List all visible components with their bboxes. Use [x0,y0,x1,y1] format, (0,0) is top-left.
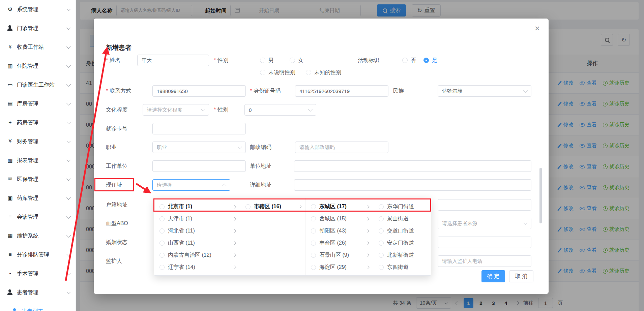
marital-right-input[interactable] [438,237,531,248]
chevron-right-icon [366,266,370,269]
user-icon [11,308,18,311]
sidebar-item[interactable]: ▦ 维护系统 [0,226,76,245]
name-label: 姓名 [106,57,120,64]
cascader-option[interactable]: 安定门街道 [373,237,431,249]
chevron-right-icon [366,241,370,245]
radio-icon [311,216,316,221]
cascader-option[interactable]: 交道口街道 [373,225,431,237]
chevron-right-icon [366,217,370,220]
cascader-option[interactable]: 丰台区 (26) [305,237,373,249]
cascader-option[interactable]: 北京市 (1) [154,200,240,213]
cascader-option[interactable]: 内蒙古自治区 (12) [154,249,240,261]
cascader-option[interactable]: 朝阳区 (43) [305,225,373,237]
radio-no[interactable]: 否 [402,55,416,66]
sidebar-item[interactable]: ≡ 分诊排队管理 [0,245,76,264]
sidebar-item[interactable]: ▤ 库房管理 [0,94,76,113]
radio-female[interactable]: 女 [290,55,303,66]
chevron-right-icon [233,229,236,232]
ethnic-select[interactable]: 达斡尔族 [438,85,531,97]
radio-gender-unknown[interactable]: 未知的性别 [306,67,341,78]
radio-icon [402,58,408,63]
radio-icon [159,216,165,221]
radio-icon [306,70,311,75]
sidebar-item[interactable]: ⚙ 系统管理 [0,0,76,19]
radio-icon [245,204,251,209]
visit-card-label: 就诊卡号 [106,125,127,132]
contact-input[interactable]: 19880991650 [152,85,246,97]
cascader-option[interactable]: 山西省 (11) [154,237,240,249]
sidebar-item-patient-list[interactable]: 患者列表 [0,302,76,311]
radio-male[interactable]: 男 [260,55,274,66]
cascader-option[interactable]: 东四街道 [373,261,431,273]
radio-yes[interactable]: 是 [423,55,437,66]
current-address-label: 现住址 [106,182,122,189]
cascader-option[interactable]: 景山街道 [373,213,431,225]
cascader-option[interactable]: 市辖区 (16) [240,200,305,213]
sidebar-item-label: 医保管理 [17,176,67,183]
gender2-select[interactable]: 0 [244,104,316,116]
sidebar-item[interactable]: 门诊管理 [0,19,76,38]
chevron-down-icon [66,120,71,124]
chevron-up-icon [222,184,227,188]
modal-scrollbar[interactable] [539,168,542,223]
chevron-down-icon [308,107,313,112]
cascader-option[interactable]: 天津市 (1) [154,213,240,225]
cascader-option[interactable]: 辽宁省 (14) [154,261,240,273]
confirm-button[interactable]: 确 定 [481,270,505,282]
cascader-option[interactable]: 石景山区 (9) [305,249,373,261]
sidebar-item-label: 会诊管理 [17,214,67,221]
radio-gender-unstated[interactable]: 未说明性别 [260,67,295,78]
patient-source-select[interactable]: 请选择患者来源 [438,218,531,229]
radio-icon [159,241,165,246]
radio-icon [379,228,384,234]
chevron-down-icon [201,107,205,112]
sidebar-item[interactable]: ▥ 住院管理 [0,57,76,75]
radio-icon [379,216,384,221]
education-select[interactable]: 请选择文化程度 [143,104,209,116]
sidebar-item[interactable]: ▣ 药库管理 [0,189,76,208]
menu-icon: ⚙ [7,6,13,12]
sidebar-item-label: 收费工作站 [17,44,67,51]
chevron-down-icon [66,290,71,294]
id-number-input[interactable]: 411625192602039719 [295,85,388,97]
menu-icon: ▧ [7,157,13,163]
visit-card-input[interactable] [152,123,246,134]
sidebar-item[interactable]: + 药房管理 [0,113,76,132]
sidebar-item[interactable]: ¥ 财务管理 [0,132,76,151]
cascader-option[interactable]: 东城区 (17) [305,200,373,213]
detail-address-input[interactable] [294,179,531,191]
sidebar-item[interactable]: ≡ 会诊管理 [0,208,76,226]
household-right-input[interactable] [438,199,531,211]
cascader-option[interactable]: 西城区 (15) [305,213,373,225]
sidebar-item[interactable]: ▧ 报表管理 [0,151,76,170]
sidebar-item[interactable]: ▪ 手术管理 [0,264,76,283]
menu-icon: ▣ [7,195,13,201]
close-icon[interactable]: × [535,24,540,33]
occupation-select[interactable]: 职业 [152,142,246,153]
chevron-down-icon [238,145,242,149]
guardian-phone-input[interactable]: 请输入监护人电话 [438,255,531,267]
sidebar-item[interactable]: 患者管理 [0,283,76,302]
sidebar-item[interactable]: ▭ 门诊医生工作站 [0,75,76,94]
unit-address-input[interactable] [294,160,531,172]
cascader-option[interactable]: 北新桥街道 [373,249,431,261]
chevron-down-icon [66,101,71,105]
cascader-option[interactable]: 海淀区 (29) [305,261,373,273]
work-unit-input[interactable] [152,160,246,172]
sidebar-item-label: 分诊排队管理 [17,251,67,258]
postal-input[interactable]: 请输入邮政编码 [295,142,388,153]
sidebar-item[interactable]: ¥ 收费工作站 [0,38,76,57]
sidebar-item[interactable]: ✉ 医保管理 [0,170,76,189]
menu-icon: ▦ [7,233,13,239]
chevron-down-icon [523,88,528,93]
chevron-right-icon [298,205,302,208]
chevron-down-icon [66,63,71,68]
work-unit-label: 工作单位 [106,163,127,170]
name-input[interactable]: 牢大 [137,55,209,66]
chevron-down-icon [66,139,71,143]
cascader-option[interactable]: 东华门街道 [373,200,431,213]
cancel-button[interactable]: 取 消 [509,270,533,282]
current-address-cascader[interactable]: 请选择 [152,179,230,191]
cascader-option[interactable]: 河北省 (11) [154,225,240,237]
radio-icon [379,253,384,258]
